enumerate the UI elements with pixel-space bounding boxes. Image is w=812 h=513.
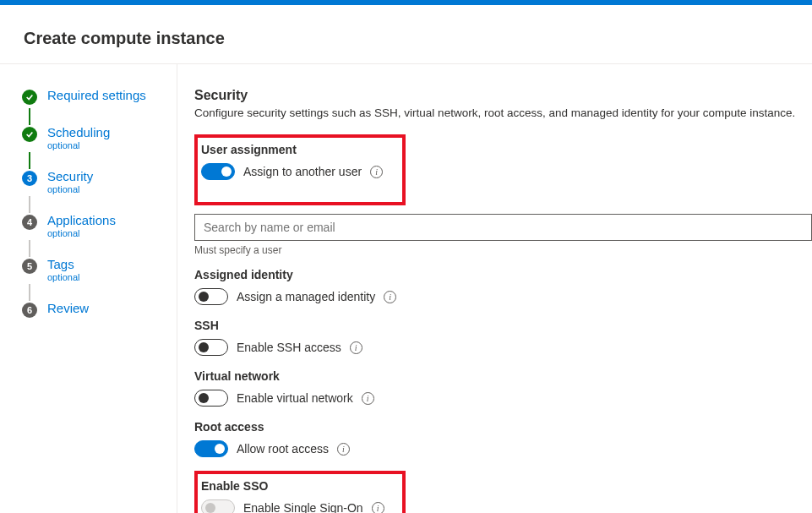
toggle-label: Enable virtual network — [237, 391, 353, 405]
group-title-ssh: SSH — [194, 319, 812, 332]
step-connector — [29, 152, 30, 169]
toggle-label: Enable Single Sign-On — [243, 501, 363, 513]
info-icon[interactable]: i — [337, 443, 350, 456]
toggle-label: Enable SSH access — [237, 341, 341, 354]
toggle-label: Assign a managed identity — [237, 290, 375, 303]
toggle-ssh-access[interactable] — [194, 339, 228, 356]
step-label[interactable]: Scheduling — [47, 125, 110, 139]
wizard-sidebar: Required settings Scheduling optional 3 — [0, 64, 177, 513]
step-connector — [29, 196, 30, 213]
group-title-user-assignment: User assignment — [201, 143, 394, 156]
step-sublabel: optional — [47, 140, 110, 150]
info-icon[interactable]: i — [362, 392, 374, 405]
step-sublabel: optional — [47, 272, 80, 282]
group-title-root-access: Root access — [194, 420, 812, 434]
step-sublabel: optional — [47, 228, 116, 238]
step-number-icon: 5 — [20, 257, 39, 276]
toggle-assign-another-user[interactable] — [201, 163, 235, 180]
info-icon[interactable]: i — [350, 341, 362, 354]
step-scheduling[interactable]: Scheduling optional — [20, 125, 177, 150]
search-user-input[interactable] — [194, 214, 812, 241]
search-hint: Must specify a user — [194, 244, 812, 256]
step-review[interactable]: 6 Review — [20, 301, 177, 319]
step-security[interactable]: 3 Security optional — [20, 169, 177, 194]
step-label[interactable]: Review — [47, 301, 89, 315]
toggle-managed-identity[interactable] — [194, 288, 228, 305]
step-sublabel: optional — [47, 184, 93, 194]
toggle-virtual-network[interactable] — [194, 390, 228, 407]
step-tags[interactable]: 5 Tags optional — [20, 257, 177, 282]
group-title-assigned-identity: Assigned identity — [194, 268, 812, 281]
step-label[interactable]: Applications — [47, 213, 116, 227]
info-icon[interactable]: i — [372, 502, 384, 514]
group-title-enable-sso: Enable SSO — [201, 479, 394, 493]
check-icon — [20, 88, 39, 106]
step-label[interactable]: Security — [47, 169, 93, 183]
section-title: Security — [194, 88, 812, 103]
toggle-label: Allow root access — [237, 442, 329, 456]
content-panel: Security Configure security settings suc… — [177, 64, 812, 513]
step-label[interactable]: Required settings — [47, 88, 146, 102]
step-required-settings[interactable]: Required settings — [20, 88, 177, 106]
highlight-enable-sso: Enable SSO Enable Single Sign-On i — [194, 471, 406, 513]
highlight-user-assignment: User assignment Assign to another user i — [194, 134, 406, 205]
step-label[interactable]: Tags — [47, 257, 80, 271]
toggle-enable-sso — [201, 499, 235, 513]
step-connector — [29, 284, 30, 301]
step-number-icon: 6 — [20, 301, 39, 319]
toggle-label: Assign to another user — [243, 165, 362, 178]
info-icon[interactable]: i — [370, 166, 383, 178]
info-icon[interactable]: i — [384, 291, 396, 303]
section-description: Configure security settings such as SSH,… — [194, 106, 812, 119]
step-connector — [29, 240, 30, 257]
check-icon — [20, 125, 39, 144]
step-number-icon: 3 — [20, 169, 39, 188]
toggle-root-access[interactable] — [194, 440, 228, 457]
step-number-icon: 4 — [20, 213, 39, 232]
group-title-vnet: Virtual network — [194, 369, 812, 383]
page-title: Create compute instance — [0, 5, 812, 64]
step-applications[interactable]: 4 Applications optional — [20, 213, 177, 238]
step-connector — [29, 108, 30, 125]
